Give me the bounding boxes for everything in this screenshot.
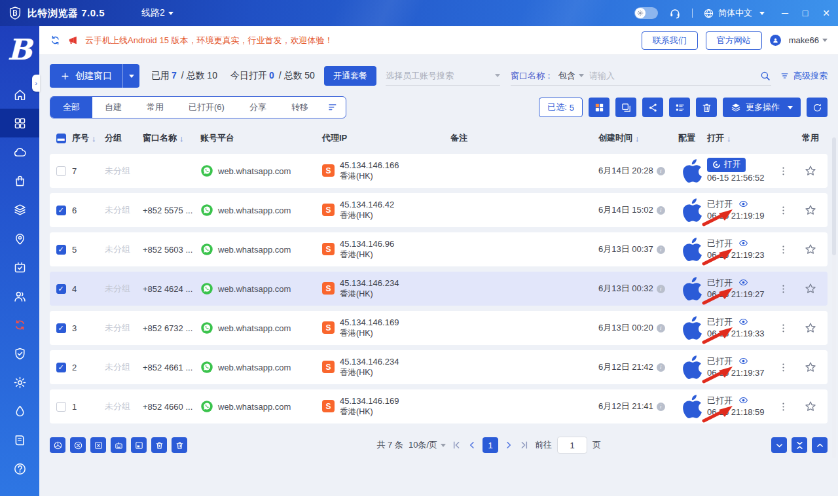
eye-icon[interactable]	[737, 278, 750, 287]
row-menu-button[interactable]	[778, 244, 789, 255]
sidebar-item-automation[interactable]	[0, 397, 39, 425]
contact-us-button[interactable]: 联系我们	[642, 31, 698, 50]
recycle-button[interactable]	[696, 98, 717, 117]
select-all-checkbox[interactable]: ▬	[56, 134, 66, 143]
eye-icon[interactable]	[737, 199, 750, 209]
minimize-button[interactable]: ─	[782, 9, 788, 18]
close-button[interactable]: ✕	[822, 9, 830, 18]
scrollbar[interactable]	[832, 137, 836, 458]
favorite-star[interactable]	[804, 164, 817, 177]
favorite-star[interactable]	[804, 204, 817, 217]
collapse-rows-button[interactable]	[792, 437, 807, 453]
window-layout-button[interactable]	[131, 437, 147, 453]
table-row[interactable]: ✓5未分组+852 5603 ...web.whatsapp.comS45.13…	[50, 232, 828, 266]
header-seq[interactable]: 序号	[72, 132, 89, 144]
official-site-button[interactable]: 官方网站	[706, 31, 762, 50]
row-checkbox[interactable]	[56, 402, 66, 412]
sidebar-item-proxy-ip[interactable]	[0, 224, 39, 253]
info-icon[interactable]: i	[657, 403, 665, 411]
favorite-star[interactable]	[804, 321, 817, 334]
eye-icon[interactable]	[737, 317, 750, 327]
favorite-star[interactable]	[804, 400, 817, 413]
favorite-star[interactable]	[804, 243, 817, 256]
last-page-button[interactable]	[519, 440, 530, 450]
goto-page-input[interactable]	[557, 437, 587, 454]
row-menu-button[interactable]	[778, 205, 789, 216]
close-window-button[interactable]	[90, 437, 106, 453]
row-checkbox[interactable]: ✓	[56, 206, 66, 215]
duplicate-button[interactable]	[615, 98, 636, 117]
sidebar-item-settings[interactable]	[0, 368, 39, 397]
row-menu-button[interactable]	[778, 283, 789, 295]
line-selector[interactable]: 线路2	[141, 7, 173, 19]
upgrade-plan-button[interactable]: 开通套餐	[324, 66, 376, 86]
row-menu-button[interactable]	[778, 401, 789, 412]
sidebar-item-security[interactable]	[0, 339, 39, 368]
employee-account-select[interactable]: 选择员工账号搜索	[386, 66, 500, 86]
header-created[interactable]: 创建时间	[598, 132, 632, 144]
close-all-button[interactable]	[50, 437, 65, 453]
row-menu-button[interactable]	[778, 362, 789, 373]
language-selector[interactable]: 简体中文	[703, 7, 765, 19]
advanced-search-button[interactable]: 高级搜索	[780, 70, 828, 82]
maximize-button[interactable]: □	[803, 9, 808, 18]
match-mode-select[interactable]: 包含	[558, 70, 584, 82]
avatar[interactable]	[770, 35, 781, 46]
sidebar-item-extension[interactable]	[0, 253, 39, 281]
row-checkbox[interactable]: ✓	[56, 284, 66, 294]
table-row[interactable]: ✓4未分组+852 4624 ...web.whatsapp.comS45.13…	[50, 272, 828, 306]
table-row[interactable]: ✓6未分组+852 5575 ...web.whatsapp.comS45.13…	[50, 193, 828, 227]
info-icon[interactable]: i	[657, 245, 665, 254]
sidebar-item-help[interactable]	[0, 454, 39, 483]
tab-3[interactable]: 已打开(6)	[176, 97, 237, 118]
table-row[interactable]: 7未分组web.whatsapp.comS45.134.146.166香港(HK…	[50, 154, 828, 188]
prev-page-button[interactable]	[467, 440, 477, 450]
search-input[interactable]	[589, 71, 754, 81]
first-page-button[interactable]	[451, 440, 462, 450]
info-icon[interactable]: i	[657, 285, 665, 293]
row-menu-button[interactable]	[778, 166, 789, 177]
sidebar-item-cloud-phone[interactable]	[0, 137, 39, 166]
detail-list-button[interactable]	[669, 98, 690, 117]
info-icon[interactable]: i	[657, 167, 665, 175]
robot-button[interactable]	[111, 437, 126, 453]
support-icon[interactable]	[668, 7, 682, 20]
favorite-star[interactable]	[804, 282, 817, 295]
table-row[interactable]: 1未分组+852 4660 ...web.whatsapp.comS45.134…	[50, 389, 828, 423]
next-page-button[interactable]	[503, 440, 514, 450]
table-row[interactable]: ✓3未分组+852 6732 ...web.whatsapp.comS45.13…	[50, 311, 828, 345]
sidebar-item-windows[interactable]	[0, 109, 39, 137]
sidebar-item-app-center[interactable]	[0, 166, 39, 195]
table-row[interactable]: ✓2未分组+852 4661 ...web.whatsapp.comS45.13…	[50, 350, 828, 384]
eye-icon[interactable]	[737, 356, 750, 366]
create-window-button[interactable]: 创建窗口	[50, 64, 139, 88]
search-icon[interactable]	[759, 70, 771, 82]
theme-toggle[interactable]	[634, 7, 658, 19]
row-menu-button[interactable]	[778, 323, 789, 334]
scroll-bottom-button[interactable]	[771, 437, 787, 453]
refresh-list-button[interactable]	[807, 98, 828, 117]
tab-5[interactable]: 转移	[279, 97, 321, 118]
info-icon[interactable]: i	[657, 206, 665, 215]
sort-icon[interactable]	[327, 101, 339, 113]
tab-all[interactable]: 全部	[50, 97, 92, 118]
scroll-top-button[interactable]	[812, 437, 828, 453]
sidebar-item-manual[interactable]	[0, 425, 39, 454]
current-page-button[interactable]: 1	[483, 437, 498, 453]
eye-icon[interactable]	[737, 238, 750, 248]
more-actions-button[interactable]: 更多操作	[723, 98, 801, 117]
info-icon[interactable]: i	[657, 363, 665, 372]
recycle-bin-button[interactable]	[151, 437, 167, 453]
sidebar-item-sync[interactable]	[0, 310, 39, 339]
tab-4[interactable]: 分享	[237, 97, 279, 118]
close-circle-button[interactable]	[70, 437, 86, 453]
refresh-announcement-icon[interactable]	[50, 35, 61, 46]
eye-icon[interactable]	[737, 395, 750, 405]
page-size-select[interactable]: 10条/页	[409, 439, 446, 451]
create-window-dropdown[interactable]	[122, 64, 139, 88]
open-button[interactable]: 打开	[707, 158, 746, 172]
layout-button[interactable]	[589, 98, 610, 117]
row-checkbox[interactable]: ✓	[56, 323, 66, 333]
row-checkbox[interactable]	[56, 166, 66, 176]
tab-1[interactable]: 自建	[92, 97, 134, 118]
